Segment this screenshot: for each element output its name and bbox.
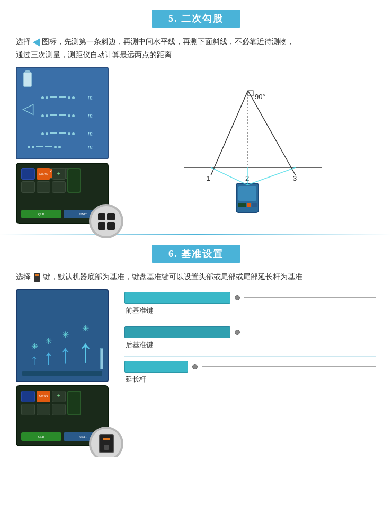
key-icon-device: [99, 434, 114, 453]
ref-dot-front: [235, 295, 240, 300]
svg-line-13: [247, 167, 296, 185]
section6-header: 6. 基准设置: [0, 245, 392, 263]
ruler-indicator: [100, 348, 103, 369]
desc5-part3: 通过三次测量，测距仪自动计算最远两点的距离: [16, 51, 172, 59]
grid-icon-inner: [98, 213, 115, 230]
device-wrap-5: ◁ m m: [16, 67, 109, 224]
grid-mode-icon[interactable]: [89, 204, 123, 238]
ref-label-front: 前基准键: [124, 306, 376, 315]
section5-header: 5. 二次勾股: [0, 10, 392, 28]
screen-m-4: m: [88, 143, 93, 151]
device-keypad-6: MEAS + QLR UNIT: [16, 385, 109, 446]
arrow-indicators: ✳ ↑ ✳ ↑ ✳ ↑ ✳ ↑: [31, 304, 94, 367]
grid-cell-3: [98, 222, 106, 230]
ref-line-front: [244, 297, 376, 298]
device-key-icon: [34, 273, 40, 282]
pythagorean-diagram: 90° 1 2 3: [119, 67, 376, 220]
ref-line-extend: [202, 366, 376, 367]
section-divider: [0, 234, 392, 235]
desc6-part1: 选择: [16, 273, 31, 281]
star-1: ✳: [31, 341, 38, 351]
key-grid-large[interactable]: [67, 168, 81, 193]
key-top1[interactable]: [21, 168, 35, 180]
desc6-part2: 键，默认机器底部为基准，键盘基准键可以设置头部或尾部或尾部延长杆为基准: [43, 273, 302, 281]
ref-extend: 延长杆: [124, 361, 376, 391]
section5-description: 选择 图标，先测第一条斜边，再测中间水平线，再测下面斜线，不必靠近待测物， 通过…: [16, 35, 376, 61]
section6-title: 6. 基准设置: [152, 245, 240, 263]
device-screen-6: ✳ ↑ ✳ ↑ ✳ ↑ ✳ ↑: [16, 289, 109, 382]
battery-icon: [23, 72, 32, 87]
screen-m-2: m: [88, 111, 93, 120]
device-wrap-6: ✳ ↑ ✳ ↑ ✳ ↑ ✳ ↑: [16, 289, 109, 446]
ref-line-back: [244, 332, 376, 332]
ref-bar-back-wrap: [124, 326, 376, 338]
key6-meas[interactable]: MEAS: [37, 391, 50, 402]
arrow-group-3: ✳ ↑: [59, 330, 72, 367]
key6-qlr[interactable]: QLR: [21, 432, 61, 441]
ref-label-back: 后基准键: [124, 340, 376, 350]
key6-b1[interactable]: [21, 404, 35, 415]
triangle-icon: [33, 38, 40, 47]
bottom-bar: [22, 371, 102, 376]
arrow-group-2: ✳ ↑: [43, 336, 54, 367]
arrow-group-4: ✳ ↑: [77, 323, 94, 367]
ref-bar-extend-wrap: [124, 361, 376, 373]
section6-refs: 前基准键 后基准键 延长杆: [124, 289, 376, 391]
section5-content: ◁ m m: [16, 67, 376, 224]
star-3: ✳: [62, 330, 69, 340]
key-plus2[interactable]: +: [52, 168, 66, 180]
key-qlr[interactable]: QLR: [21, 210, 61, 218]
svg-rect-8: [238, 203, 246, 207]
ref-label-extend: 延长杆: [124, 375, 376, 384]
key6-b3[interactable]: [52, 404, 66, 415]
key-bottom1[interactable]: [21, 181, 35, 193]
device-keypad-5: MEAS + MEAS +: [16, 163, 109, 224]
key-bottom3[interactable]: [52, 181, 66, 193]
reference-key-icon[interactable]: [89, 427, 123, 457]
svg-rect-10: [252, 203, 257, 207]
grid-cell-1: [98, 213, 106, 221]
arrow-4: ↑: [77, 334, 94, 367]
star-4: ✳: [82, 323, 89, 333]
key6-top1[interactable]: [21, 391, 35, 402]
ref-dot-extend: [192, 364, 198, 369]
arrow-3: ↑: [59, 341, 72, 367]
desc5-part2: 图标，先测第一条斜边，再测中间水平线，再测下面斜线，不必靠近待测物，: [42, 38, 294, 46]
label-3: 3: [293, 174, 297, 182]
svg-line-0: [211, 91, 248, 175]
pythagorean-svg: 90° 1 2 3: [163, 72, 333, 220]
section6-content: ✳ ↑ ✳ ↑ ✳ ↑ ✳ ↑: [16, 289, 376, 446]
ref-bar-front: [124, 292, 230, 304]
svg-rect-7: [238, 186, 256, 201]
ref-bar-front-wrap: [124, 292, 376, 304]
key6-plus[interactable]: +: [52, 391, 66, 402]
ref-front: 前基准键: [124, 292, 376, 322]
screen-arrow-icon: ◁: [22, 100, 34, 117]
label-1: 1: [207, 174, 210, 182]
screen-m-1: m: [88, 93, 93, 102]
key6-b2[interactable]: [37, 404, 50, 415]
ref-dot-back: [235, 330, 240, 335]
arrow-2: ↑: [43, 347, 54, 367]
key6-large[interactable]: [67, 391, 81, 415]
grid-cell-2: [107, 213, 115, 221]
screen-m-3: m: [88, 129, 93, 138]
section5-title: 5. 二次勾股: [152, 10, 240, 28]
key-meas2[interactable]: MEAS: [37, 168, 50, 180]
star-2: ✳: [45, 336, 52, 346]
section6-description: 选择 键，默认机器底部为基准，键盘基准键可以设置头部或尾部或尾部延长杆为基准: [16, 270, 376, 283]
ref-back: 后基准键: [124, 326, 376, 357]
svg-line-1: [248, 91, 296, 175]
svg-line-11: [211, 167, 247, 185]
ref-bar-back: [124, 326, 230, 338]
svg-rect-9: [247, 203, 251, 207]
ref-bar-extend: [124, 361, 188, 373]
grid-cell-4: [107, 222, 115, 230]
arrow-group-1: ✳ ↑: [31, 341, 38, 367]
desc5-part1: 选择: [16, 38, 31, 46]
key-bottom2[interactable]: [37, 181, 50, 193]
svg-text:90°: 90°: [255, 93, 265, 101]
arrow-1: ↑: [31, 352, 38, 367]
device-screen-5: ◁ m m: [16, 67, 109, 159]
